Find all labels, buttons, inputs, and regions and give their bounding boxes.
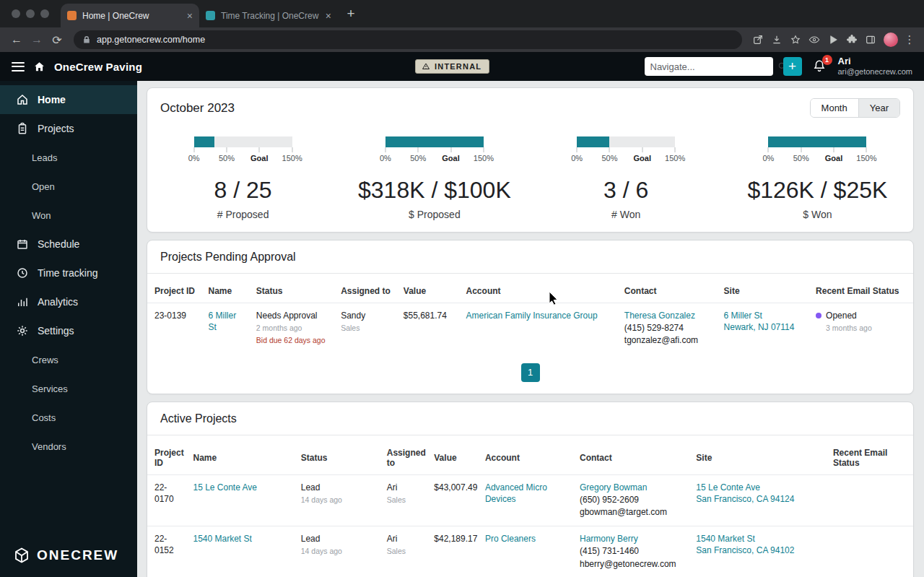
sidebar-item-time-tracking[interactable]: Time tracking [0, 259, 137, 287]
onecrew-logo: ONECREW [0, 547, 137, 577]
window-controls [12, 9, 49, 18]
browser-menu-icon[interactable]: ⋮ [902, 33, 917, 46]
gauge-tick-label: 50% [219, 154, 235, 162]
contact-phone: (650) 952-2609 [580, 494, 684, 506]
browser-tab[interactable]: Home | OneCrew× [61, 4, 199, 27]
sidebar-item-crews[interactable]: Crews [0, 345, 137, 374]
table-cell: Gregory Bowman(650) 952-2609gbowman@targ… [574, 474, 690, 526]
sidebar-item-label: Projects [38, 123, 74, 134]
sidebar-item-home[interactable]: Home [0, 85, 137, 114]
projects-table: Project IDNameStatusAssigned toValueAcco… [147, 435, 913, 577]
account-link[interactable]: Advanced Micro Devices [485, 482, 547, 504]
contact-name-link[interactable]: Gregory Bowman [580, 482, 647, 493]
user-menu[interactable]: Ari ari@getonecrew.com [838, 56, 913, 77]
table-cell: SandySales [335, 303, 398, 355]
sidebar-item-projects[interactable]: Projects [0, 114, 137, 143]
contact-name-link[interactable]: Theresa Gonzalez [624, 311, 695, 321]
pagination: 1 [147, 363, 913, 382]
gauge-tick-label: Goal [634, 154, 651, 162]
sidebar-item-services[interactable]: Services [0, 374, 137, 403]
column-header: Status [250, 274, 335, 303]
sidebar: HomeProjectsLeadsOpenWonScheduleTime tra… [0, 81, 137, 577]
sidebar-item-settings[interactable]: Settings [0, 316, 137, 345]
forward-button[interactable]: → [27, 33, 46, 46]
account-link[interactable]: Pro Cleaners [485, 534, 536, 544]
side-panel-icon[interactable] [862, 31, 879, 48]
account-link[interactable]: American Family Insurance Group [466, 311, 598, 321]
app-home-icon[interactable] [33, 61, 45, 73]
minimize-window-button[interactable] [26, 9, 35, 18]
gauge-tick-label: 0% [571, 154, 583, 162]
navigate-search-input[interactable] [650, 61, 777, 72]
open-in-icon[interactable] [749, 31, 767, 48]
tab-close-icon[interactable]: × [326, 10, 331, 22]
sidebar-item-vendors[interactable]: Vendors [0, 432, 137, 461]
toggle-year[interactable]: Year [859, 99, 899, 117]
download-icon[interactable] [768, 31, 785, 48]
status-text: Lead [301, 533, 375, 545]
notifications-button[interactable]: 1 [812, 58, 828, 74]
column-header: Name [187, 435, 295, 475]
site-link[interactable]: 6 Miller StNewark, NJ 07114 [724, 311, 795, 332]
close-window-button[interactable] [12, 9, 20, 18]
column-header: Status [295, 435, 381, 475]
gauge-label: $ Won [803, 209, 832, 220]
assigned-name: Sandy [341, 310, 392, 321]
project-name-link[interactable]: 15 Le Conte Ave [193, 482, 257, 493]
table-cell: 6 Miller St [203, 303, 250, 355]
hamburger-menu-icon[interactable] [12, 62, 25, 71]
sidebar-item-label: Costs [32, 412, 56, 423]
main-content: October 2023 MonthYear 0%50%Goal150%8 / … [137, 81, 924, 577]
page-1-button[interactable]: 1 [521, 363, 540, 382]
extension-play-icon[interactable] [824, 31, 842, 48]
tab-close-icon[interactable]: × [187, 10, 193, 22]
sidebar-item-won[interactable]: Won [0, 201, 137, 230]
bookmark-star-icon[interactable] [787, 31, 804, 48]
reload-button[interactable]: ⟳ [48, 33, 66, 47]
sidebar-item-costs[interactable]: Costs [0, 403, 137, 432]
assigned-name: Ari [387, 533, 423, 545]
extension-eye-icon[interactable] [806, 31, 823, 48]
table-cell: 15 Le Conte AveSan Francisco, CA 94124 [690, 474, 827, 526]
internal-badge-label: INTERNAL [435, 62, 481, 71]
column-header: Project ID [147, 435, 187, 475]
sidebar-item-label: Won [32, 210, 51, 221]
table-cell: AriSales [381, 474, 429, 526]
sidebar-item-label: Vendors [32, 441, 66, 452]
table-cell [827, 474, 913, 526]
extensions-puzzle-icon[interactable] [843, 31, 860, 48]
browser-toolbar: ← → ⟳ app.getonecrew.com/home [0, 27, 924, 52]
table-row: 23-01396 Miller StNeeds Approval2 months… [147, 303, 913, 355]
sidebar-item-leads[interactable]: Leads [0, 143, 137, 172]
sidebar-item-analytics[interactable]: Analytics [0, 287, 137, 316]
contact-name-link[interactable]: Harmony Berry [580, 534, 638, 544]
stats-title: October 2023 [160, 101, 235, 116]
sidebar-nav: HomeProjectsLeadsOpenWonScheduleTime tra… [0, 85, 137, 461]
column-header: Assigned to [335, 274, 398, 303]
add-button[interactable]: + [783, 57, 802, 76]
new-tab-button[interactable]: + [341, 4, 361, 24]
zoom-window-button[interactable] [40, 9, 49, 18]
gauge-label: # Proposed [217, 209, 269, 220]
profile-avatar[interactable] [884, 32, 898, 47]
project-name-link[interactable]: 1540 Market St [193, 534, 251, 544]
status-due-note: Bid due 62 days ago [256, 335, 329, 345]
address-bar[interactable]: app.getonecrew.com/home [74, 30, 742, 49]
toggle-month[interactable]: Month [811, 99, 859, 117]
back-button[interactable]: ← [7, 33, 26, 46]
url-text[interactable]: app.getonecrew.com/home [97, 35, 205, 45]
gauge-tick-label: 50% [793, 154, 809, 162]
email-status-ago: 3 months ago [826, 323, 907, 333]
site-link[interactable]: 1540 Market StSan Francisco, CA 94102 [696, 534, 794, 555]
project-name-link[interactable]: 6 Miller St [209, 311, 237, 332]
browser-tab[interactable]: Time Tracking | OneCrew× [199, 4, 338, 27]
site-link[interactable]: 15 Le Conte AveSan Francisco, CA 94124 [696, 482, 794, 504]
user-email: ari@getonecrew.com [838, 67, 913, 77]
navigate-search[interactable] [645, 57, 773, 76]
calendar-icon [16, 238, 29, 251]
sidebar-item-open[interactable]: Open [0, 172, 137, 201]
contact-email: gbowman@target.com [580, 506, 684, 518]
sidebar-item-schedule[interactable]: Schedule [0, 230, 137, 259]
column-header: Account [479, 435, 574, 475]
lock-icon[interactable] [82, 35, 91, 44]
